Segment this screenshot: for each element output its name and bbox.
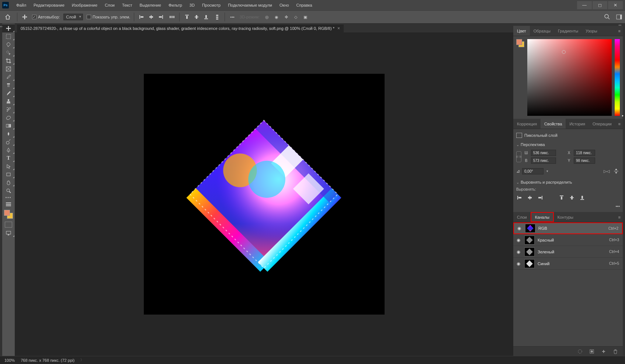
type-tool[interactable]: T (2, 154, 15, 162)
panel-color-swatch[interactable] (516, 39, 524, 47)
frame-tool[interactable] (2, 65, 15, 73)
eraser-tool[interactable] (2, 114, 15, 122)
perspective-section[interactable]: Перспектива (516, 142, 620, 149)
menu-text[interactable]: Текст (118, 0, 136, 10)
align-bottom-btn[interactable] (579, 194, 586, 201)
gradient-tool[interactable] (2, 122, 15, 130)
channel-rgb[interactable]: ◉ RGB Ctrl+2 (513, 222, 623, 234)
dodge-tool[interactable] (2, 138, 15, 146)
tab-layers[interactable]: Слои (513, 212, 531, 222)
window-maximize[interactable]: ◻ (593, 1, 607, 9)
visibility-icon[interactable]: ◉ (515, 261, 521, 266)
marquee-tool[interactable] (2, 32, 15, 41)
align-right-icon[interactable] (157, 13, 164, 21)
menu-filter[interactable]: Фильтр (165, 0, 186, 10)
menu-select[interactable]: Выделение (136, 0, 165, 10)
channel-blue[interactable]: ◉ Синий Ctrl+5 (513, 258, 623, 270)
auto-select-checkbox[interactable]: Автовыбор: (32, 15, 60, 19)
align-hcenter-btn[interactable] (527, 194, 533, 201)
brush-tool[interactable] (2, 89, 15, 97)
quick-select-tool[interactable] (2, 49, 15, 57)
eyedropper-tool[interactable] (2, 73, 15, 81)
history-brush-tool[interactable] (2, 105, 15, 114)
screen-mode-button[interactable] (2, 229, 15, 237)
color-field[interactable] (527, 39, 612, 116)
x-input[interactable]: 118 пикс. (574, 150, 595, 156)
save-selection-icon[interactable] (588, 348, 596, 355)
delete-channel-icon[interactable] (612, 348, 619, 355)
edit-toolbar[interactable] (2, 200, 15, 208)
more-options-icon[interactable]: ••• (229, 13, 236, 21)
menu-window[interactable]: Окно (276, 0, 293, 10)
tab-gradients[interactable]: Градиенты (554, 26, 582, 36)
stamp-tool[interactable] (2, 97, 15, 105)
align-section[interactable]: Выровнять и распределить (516, 179, 620, 187)
menu-help[interactable]: Справка (293, 0, 316, 10)
tab-paths[interactable]: Контуры (554, 212, 577, 222)
window-close[interactable]: ✕ (608, 1, 623, 9)
angle-input[interactable]: 0,00° (522, 168, 544, 174)
height-input[interactable]: 573 пикс. (531, 157, 556, 164)
menu-file[interactable]: Файл (13, 0, 30, 10)
zoom-value[interactable]: 100% (4, 358, 15, 363)
window-minimize[interactable]: — (577, 1, 592, 9)
quick-mask-button[interactable] (5, 222, 12, 228)
visibility-icon[interactable]: ◉ (515, 238, 521, 243)
status-caret-icon[interactable]: 〉 (80, 358, 84, 363)
distribute-icon[interactable] (168, 13, 176, 21)
angle-dropdown-icon[interactable]: ▾ (546, 169, 548, 173)
menu-3d[interactable]: 3D (186, 0, 198, 10)
zoom-tool[interactable] (2, 187, 15, 195)
home-button[interactable] (2, 12, 13, 22)
auto-select-mode[interactable]: Слой (63, 14, 83, 20)
pen-tool[interactable] (2, 146, 15, 154)
hand-tool[interactable] (2, 178, 15, 187)
tab-patterns[interactable]: Узоры (582, 26, 601, 36)
new-channel-icon[interactable] (600, 348, 607, 355)
distribute-v-icon[interactable] (213, 13, 221, 21)
search-icon[interactable] (604, 13, 611, 21)
show-controls-checkbox[interactable]: Показать упр. элем. (87, 15, 130, 19)
lasso-tool[interactable] (2, 41, 15, 49)
toolbar-more[interactable]: ••• (2, 195, 15, 200)
crop-tool[interactable] (2, 57, 15, 65)
tab-properties[interactable]: Свойства (541, 119, 566, 129)
document-tab[interactable]: 05152-2879724920-, a close up of a color… (17, 24, 344, 32)
doc-info[interactable]: 768 пикс. x 768 пикс. (72 ppi) (21, 358, 74, 363)
workspace-icon[interactable] (615, 13, 623, 21)
menu-layers[interactable]: Слои (101, 0, 118, 10)
tab-history[interactable]: История (566, 119, 589, 129)
menu-plugins[interactable]: Подключаемые модули (224, 0, 276, 10)
menu-view[interactable]: Просмотр (198, 0, 224, 10)
flip-vertical-icon[interactable] (612, 167, 620, 175)
close-tab-icon[interactable]: × (337, 26, 340, 31)
width-input[interactable]: 536 пикс. (531, 150, 556, 156)
align-left-btn[interactable] (516, 194, 523, 201)
props-panel-menu-icon[interactable]: ≡ (616, 119, 623, 129)
align-top-icon[interactable] (183, 13, 191, 21)
align-vcenter-btn[interactable] (569, 194, 575, 201)
visibility-icon[interactable]: ◉ (515, 249, 521, 254)
channel-green[interactable]: ◉ Зеленый Ctrl+4 (513, 246, 623, 258)
channel-red[interactable]: ◉ Красный Ctrl+3 (513, 234, 623, 246)
link-wh-icon[interactable]: ⊂⊃ (516, 151, 521, 162)
props-more-icon[interactable]: ••• (516, 202, 620, 208)
tab-swatches[interactable]: Образцы (530, 26, 554, 36)
blur-tool[interactable] (2, 130, 15, 138)
rectangle-tool[interactable] (2, 170, 15, 178)
y-input[interactable]: 98 пикс. (574, 157, 595, 164)
load-selection-icon[interactable] (576, 348, 584, 355)
menu-edit[interactable]: Редактирование (30, 0, 68, 10)
move-tool[interactable] (2, 24, 15, 32)
align-left-icon[interactable] (138, 13, 145, 21)
tab-actions[interactable]: Операции (589, 119, 615, 129)
align-right-btn[interactable] (537, 194, 544, 201)
tab-color[interactable]: Цвет (513, 26, 530, 36)
menu-image[interactable]: Изображение (68, 0, 101, 10)
align-center-h-icon[interactable] (147, 13, 155, 21)
color-panel-menu-icon[interactable]: ≡ (616, 26, 623, 36)
align-bottom-icon[interactable] (202, 13, 210, 21)
align-top-btn[interactable] (558, 194, 565, 201)
tab-adjustments[interactable]: Коррекция (513, 119, 541, 129)
tab-channels[interactable]: Каналы (531, 212, 554, 222)
